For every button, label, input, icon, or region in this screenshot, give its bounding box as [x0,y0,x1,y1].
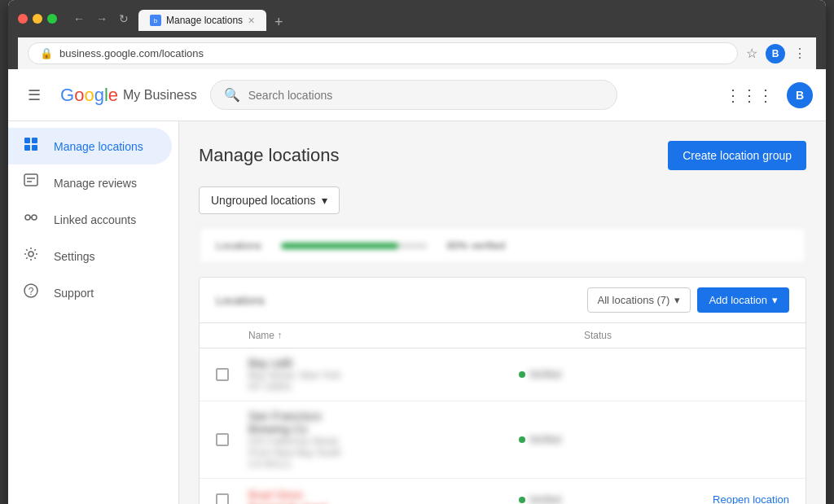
table-row: Bay café Bay Street, New York NY 10001 V… [200,348,805,401]
refresh-button[interactable]: ↻ [116,11,132,27]
svg-rect-5 [32,145,37,151]
location-error-3: Permanently closed [248,502,356,505]
tab-title: Manage locations [166,15,243,26]
reopen-location-button[interactable]: Reopen location [626,493,789,504]
status-badge-2: Verified [519,434,626,445]
google-logo: Google My Business [60,85,197,106]
linked-accounts-icon [21,209,41,230]
svg-rect-4 [24,145,30,151]
hamburger-menu-button[interactable]: ☰ [21,80,47,111]
sidebar-label-settings: Settings [54,250,95,263]
svg-point-12 [29,252,33,256]
sidebar-label-manage-reviews: Manage reviews [54,177,137,190]
apps-grid-icon[interactable]: ⋮⋮⋮ [725,85,774,105]
traffic-light-yellow[interactable] [33,14,42,24]
filter-label: Ungrouped locations [211,194,315,207]
status-dot-3 [519,497,525,503]
page-title: Manage locations [199,145,339,166]
row-checkbox-2[interactable] [216,433,229,446]
ungrouped-locations-filter[interactable]: Ungrouped locations ▾ [199,186,340,214]
chrome-user-avatar[interactable]: B [766,44,785,64]
tab-favicon: b [150,15,161,26]
create-location-group-button[interactable]: Create location group [668,141,806,170]
location-address-2: 415 California Street, From New Bay Sout… [248,436,356,470]
content-area: Manage locations Create location group U… [179,121,826,504]
stats-label: Locations [216,239,261,252]
row-checkbox-1[interactable] [216,368,229,381]
svg-text:b: b [154,17,158,24]
star-icon[interactable]: ☆ [746,46,757,61]
sidebar-label-support: Support [54,287,94,300]
location-name-2: San Francisco Brewing Co [248,410,356,436]
status-text-2: Verified [529,434,561,445]
table-column-headers: Name ↑ Status [200,323,805,348]
active-tab[interactable]: b Manage locations ✕ [138,10,266,31]
sidebar-label-linked-accounts: Linked accounts [54,213,136,226]
add-location-chevron-icon: ▾ [772,294,778,306]
forward-button[interactable]: → [93,11,111,27]
sidebar-item-support[interactable]: ? Support [8,274,172,311]
status-badge-3: Verified [519,494,626,505]
lock-icon: 🔒 [40,47,53,59]
back-button[interactable]: ← [70,11,88,27]
chrome-menu-icon[interactable]: ⋮ [793,46,806,61]
svg-point-9 [25,215,30,220]
table-row: San Francisco Brewing Co 415 California … [200,401,805,479]
manage-reviews-icon [21,173,41,193]
settings-icon [21,246,41,266]
add-location-label: Add location [709,294,767,306]
svg-rect-3 [32,138,37,143]
status-text-3: Verified [529,494,561,505]
table-title: Locations [216,294,265,307]
add-location-button[interactable]: Add location ▾ [697,287,789,313]
all-locations-dropdown[interactable]: All locations (7) ▾ [587,287,691,313]
search-icon: 🔍 [224,87,240,103]
sidebar-item-manage-reviews[interactable]: Manage reviews [8,164,172,201]
location-name-3: Brad Store [248,489,356,502]
verified-percentage: 80% verified [447,239,506,252]
sidebar-label-manage-locations: Manage locations [54,140,143,153]
svg-rect-2 [24,138,30,143]
support-icon: ? [21,283,41,303]
manage-locations-icon [21,136,41,156]
new-tab-button[interactable]: + [270,14,288,31]
verified-progress-bar [281,243,428,249]
search-bar[interactable]: 🔍 [210,80,617,110]
status-dot-2 [519,436,525,443]
status-text-1: Verified [529,369,561,380]
table-row: Brad Store Permanently closed Verified R… [200,479,805,504]
svg-text:?: ? [29,286,34,297]
url-display: business.google.com/locations [59,47,204,59]
traffic-light-red[interactable] [18,14,28,24]
sidebar-item-linked-accounts[interactable]: Linked accounts [8,201,172,238]
status-badge-1: Verified [519,369,626,380]
traffic-light-green[interactable] [47,14,57,24]
svg-point-10 [32,215,37,220]
locations-table: Locations All locations (7) ▾ Add locati… [199,277,806,504]
all-locations-label: All locations (7) [598,294,670,306]
stats-bar: Locations 80% verified [199,227,806,264]
col-header-name[interactable]: Name ↑ [248,330,421,341]
status-dot-1 [519,371,525,378]
user-avatar[interactable]: B [787,82,813,108]
tab-close-button[interactable]: ✕ [248,15,255,26]
row-checkbox-3[interactable] [216,493,229,505]
search-input[interactable] [248,89,604,102]
dropdown-chevron-icon: ▾ [674,294,680,306]
sidebar: Manage locations Manage reviews Linked a… [8,121,179,504]
location-name-1: Bay café [248,357,356,370]
sidebar-item-manage-locations[interactable]: Manage locations [8,128,172,164]
sidebar-item-settings[interactable]: Settings [8,238,172,274]
col-header-status: Status [584,330,757,341]
svg-rect-6 [24,174,37,186]
chevron-down-icon: ▾ [322,194,327,207]
location-address-1: Bay Street, New York NY 10001 [248,370,356,392]
